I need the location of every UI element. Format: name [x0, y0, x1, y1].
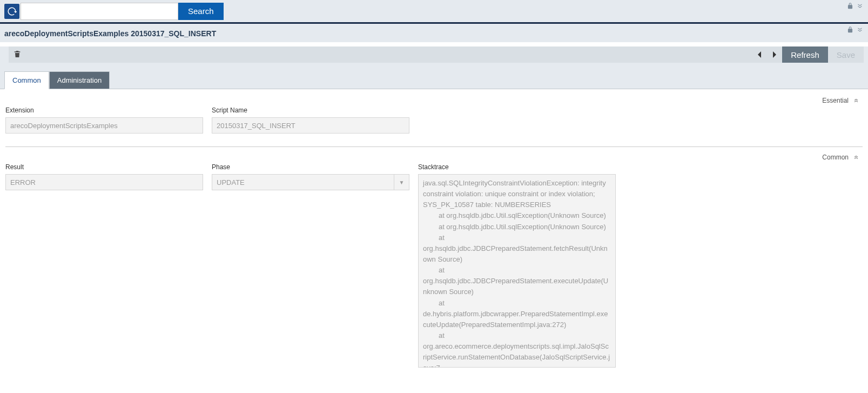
action-bar: Refresh Save: [9, 46, 864, 63]
input-extension: [5, 117, 203, 134]
section-title-common: Common: [822, 154, 849, 161]
field-extension: Extension: [5, 106, 203, 134]
field-result: Result: [5, 163, 203, 368]
label-script-name: Script Name: [212, 106, 409, 114]
action-bar-right: Refresh Save: [752, 46, 864, 63]
app-logo-icon: [7, 6, 17, 16]
expand-down-icon[interactable]: [856, 26, 864, 34]
essential-fields: Extension Script Name: [5, 106, 863, 146]
collapse-up-icon: [853, 97, 859, 104]
textarea-stacktrace[interactable]: java.sql.SQLIntegrityConstraintViolation…: [418, 174, 616, 368]
tab-content: Essential Extension Script Name Common R…: [0, 89, 868, 386]
chevron-right-icon: [772, 51, 777, 58]
next-item-button[interactable]: [767, 46, 782, 63]
label-phase: Phase: [212, 163, 409, 171]
expand-down-icon[interactable]: [856, 2, 864, 10]
page-title-bar: arecoDeploymentScriptsExamples 20150317_…: [0, 24, 868, 42]
page-title: arecoDeploymentScriptsExamples 20150317_…: [4, 29, 216, 38]
search-input[interactable]: [21, 3, 178, 20]
save-button: Save: [828, 46, 864, 63]
section-divider: [5, 146, 863, 147]
top-search-bar: Search: [0, 0, 868, 24]
tab-administration[interactable]: Administration: [49, 71, 110, 89]
label-stacktrace: Stacktrace: [418, 163, 616, 171]
dropdown-phase-value: UPDATE: [212, 175, 394, 190]
label-result: Result: [5, 163, 203, 171]
topbar-right-icons: [846, 0, 864, 22]
trash-icon: [13, 50, 22, 58]
common-fields: Result Phase UPDATE ▼ Stacktrace java.sq…: [5, 163, 863, 381]
section-header-common[interactable]: Common: [5, 151, 863, 163]
chevron-left-icon: [757, 51, 762, 58]
section-header-essential[interactable]: Essential: [5, 95, 863, 106]
tab-common[interactable]: Common: [4, 71, 49, 89]
action-tab-area: Refresh Save Common Administration: [0, 46, 868, 89]
input-script-name: [212, 117, 409, 134]
dropdown-phase[interactable]: UPDATE ▼: [212, 174, 409, 190]
prev-item-button[interactable]: [752, 46, 767, 63]
section-title-essential: Essential: [822, 97, 849, 104]
titlebar-right-icons: [846, 24, 864, 42]
search-button[interactable]: Search: [178, 3, 224, 20]
input-result: [5, 174, 203, 190]
field-phase: Phase UPDATE ▼: [212, 163, 409, 368]
delete-button[interactable]: [13, 50, 22, 60]
refresh-button[interactable]: Refresh: [782, 46, 828, 63]
field-script-name: Script Name: [212, 106, 409, 134]
collapse-up-icon: [853, 154, 859, 161]
app-logo-button[interactable]: [4, 4, 19, 19]
lock-icon[interactable]: [846, 2, 854, 10]
lock-icon[interactable]: [846, 26, 854, 34]
tab-bar: Common Administration: [4, 71, 868, 89]
field-stacktrace: Stacktrace java.sql.SQLIntegrityConstrai…: [418, 163, 616, 368]
label-extension: Extension: [5, 106, 203, 114]
chevron-down-icon: ▼: [394, 175, 409, 190]
